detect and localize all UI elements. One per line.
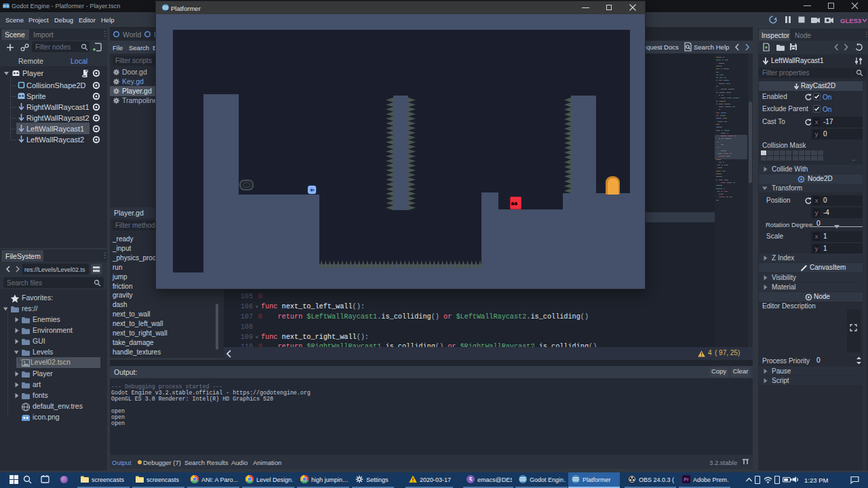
svg-text:Pr: Pr	[684, 477, 690, 482]
